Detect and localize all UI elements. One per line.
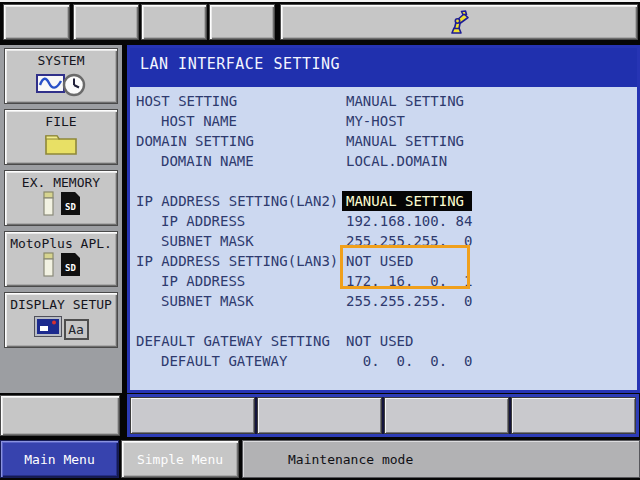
setting-label: DOMAIN NAME (136, 151, 346, 171)
setting-row-ip-address-lan3: IP ADDRESS 172. 16. 0. 1 (130, 271, 637, 291)
sidebar-item-display-setup[interactable]: DISPLAY SETUP Aa (4, 292, 118, 348)
bottom-menu-bar: Main Menu Simple Menu Maintenance mode (0, 440, 640, 480)
font-size-icon: Aa (64, 319, 89, 340)
setting-value[interactable]: 192.168.100. 84 (346, 211, 472, 231)
clock-icon (62, 73, 86, 97)
setting-row-domain-name: DOMAIN NAME LOCAL.DOMAIN (130, 151, 637, 171)
sidebar-item-label: FILE (45, 114, 76, 129)
fkey-button-4[interactable] (511, 397, 636, 434)
setting-label: SUBNET MASK (136, 231, 346, 251)
sidebar-item-label: DISPLAY SETUP (10, 297, 112, 312)
main-menu-button[interactable]: Main Menu (0, 440, 119, 478)
toolbar-button-3[interactable] (141, 4, 207, 40)
sidebar-item-label: SYSTEM (38, 53, 85, 68)
fkey-button-2[interactable] (257, 397, 382, 434)
setting-row-gateway-setting: DEFAULT GATEWAY SETTING NOT USED (130, 331, 637, 351)
sd-card-icon: SD (61, 253, 80, 276)
setting-label: IP ADDRESS (136, 271, 346, 291)
setting-value[interactable]: MY-HOST (346, 111, 405, 131)
mode-status-bar: Maintenance mode (242, 440, 640, 478)
sd-card-icon: SD (61, 192, 80, 215)
setting-row-subnet-mask-lan3: SUBNET MASK 255.255.255. 0 (130, 291, 637, 311)
sidebar-item-ex-memory[interactable]: EX. MEMORY SD (4, 170, 118, 226)
monitor-icon (34, 316, 62, 337)
setting-label: IP ADDRESS (136, 211, 346, 231)
pendant-screen: SYSTEM FILE EX. ME (0, 0, 640, 480)
setting-value[interactable]: NOT USED (346, 251, 413, 271)
setting-row-default-gateway: DEFAULT GATEWAY 0. 0. 0. 0 (130, 351, 637, 371)
simple-menu-button[interactable]: Simple Menu (121, 440, 239, 478)
setting-row-host-name: HOST NAME MY-HOST (130, 111, 637, 131)
fkey-button-left[interactable] (0, 395, 120, 436)
sidebar-item-motoplus[interactable]: MotoPlus APL. SD (4, 231, 118, 287)
setting-label: HOST SETTING (136, 91, 346, 111)
usb-stick-icon (42, 252, 56, 277)
fkey-button-3[interactable] (384, 397, 509, 434)
main-panel: LAN INTERFACE SETTING HOST SETTING MANUA… (127, 45, 640, 393)
settings-list: HOST SETTING MANUAL SETTING HOST NAME MY… (130, 87, 637, 371)
setting-value[interactable]: NOT USED (346, 331, 413, 351)
sidebar-item-file[interactable]: FILE (4, 109, 118, 165)
sidebar-menu: SYSTEM FILE EX. ME (0, 45, 122, 393)
setting-value[interactable]: 255.255.255. 0 (346, 231, 472, 251)
toolbar-button-4[interactable] (209, 4, 275, 40)
folder-icon (43, 130, 79, 156)
toolbar-button-2[interactable] (73, 4, 139, 40)
setting-value[interactable]: 0. 0. 0. 0 (346, 351, 472, 371)
toolbar-button-1[interactable] (3, 4, 70, 40)
usb-stick-icon (42, 191, 56, 216)
setting-value-selected[interactable]: MANUAL SETTING (342, 191, 472, 211)
top-toolbar (0, 0, 640, 45)
sidebar-item-label: MotoPlus APL. (10, 236, 112, 251)
setting-value[interactable]: MANUAL SETTING (346, 91, 464, 111)
robot-icon (447, 9, 471, 35)
status-icon-panel (280, 4, 638, 40)
setting-label: DOMAIN SETTING (136, 131, 346, 151)
setting-row-ip-setting-lan3: IP ADDRESS SETTING(LAN3) NOT USED (130, 251, 637, 271)
setting-label: DEFAULT GATEWAY SETTING (136, 331, 346, 351)
setting-label: IP ADDRESS SETTING(LAN2) (136, 191, 346, 211)
setting-label: SUBNET MASK (136, 291, 346, 311)
setting-label: DEFAULT GATEWAY (136, 351, 346, 371)
setting-value[interactable]: MANUAL SETTING (346, 131, 464, 151)
setting-label: HOST NAME (136, 111, 346, 131)
setting-label: IP ADDRESS SETTING(LAN3) (136, 251, 346, 271)
sidebar-item-label: EX. MEMORY (22, 175, 100, 190)
setting-row-host-setting: HOST SETTING MANUAL SETTING (130, 91, 637, 111)
setting-row-ip-address-lan2: IP ADDRESS 192.168.100. 84 (130, 211, 637, 231)
page-title: LAN INTERFACE SETTING (130, 48, 637, 87)
sidebar-item-system[interactable]: SYSTEM (4, 48, 118, 104)
setting-value[interactable]: 255.255.255. 0 (346, 291, 472, 311)
setting-row-domain-setting: DOMAIN SETTING MANUAL SETTING (130, 131, 637, 151)
setting-row-subnet-mask-lan2: SUBNET MASK 255.255.255. 0 (130, 231, 637, 251)
setting-value[interactable]: 172. 16. 0. 1 (346, 271, 472, 291)
setting-row-ip-setting-lan2: IP ADDRESS SETTING(LAN2) MANUAL SETTING (130, 191, 637, 211)
fkey-button-1[interactable] (130, 397, 255, 434)
fkey-strip (127, 394, 639, 437)
setting-value[interactable]: LOCAL.DOMAIN (346, 151, 447, 171)
